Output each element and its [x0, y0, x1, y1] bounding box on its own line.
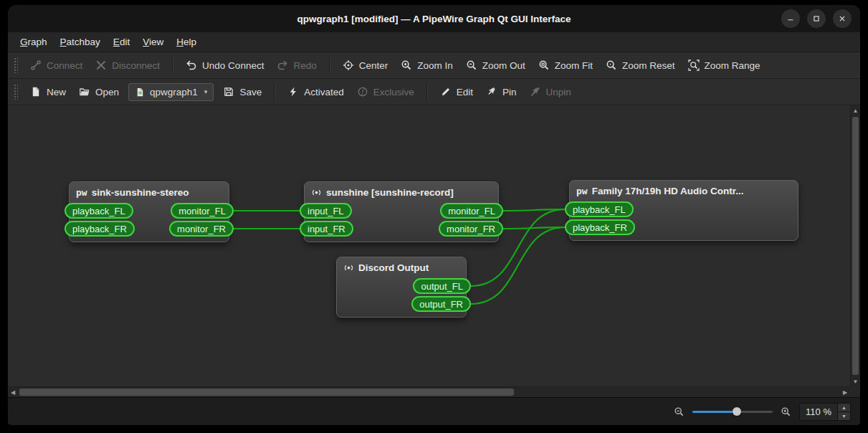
node-header: sunshine [sunshine-record] [305, 182, 498, 201]
port-out-monitor_FL[interactable]: monitor_FL [440, 203, 503, 219]
scrollbar-corner [850, 386, 860, 397]
redo-button[interactable]: Redo [270, 55, 323, 75]
zoom-range-button[interactable]: Zoom Range [682, 55, 767, 75]
maximize-icon [811, 14, 821, 24]
spin-down-icon[interactable]: ▼ [838, 411, 850, 420]
scroll-down-arrow-icon[interactable]: ▼ [851, 376, 860, 386]
menubar: Graph Patchbay Edit View Help [8, 32, 860, 52]
titlebar[interactable]: qpwgraph1 [modified] — A PipeWire Graph … [8, 5, 860, 32]
audio-client-icon [311, 187, 322, 198]
undo-connect-button[interactable]: Undo Connect [179, 55, 270, 75]
exclusive-button[interactable]: f Exclusive [350, 82, 421, 102]
center-button[interactable]: Center [336, 55, 395, 75]
toolbar-separator [329, 57, 330, 73]
maximize-button[interactable] [807, 9, 826, 28]
toolbar-handle[interactable] [14, 57, 18, 73]
patchbay-select[interactable]: qpwgraph1 ▾ [128, 83, 214, 101]
pin-icon [486, 86, 497, 97]
zoom-out-icon [466, 60, 477, 71]
zoom-in-button[interactable]: Zoom In [394, 55, 459, 75]
patchbay-select-value: qpwgraph1 [150, 87, 198, 97]
toolbar-separator [426, 84, 428, 100]
horizontal-scrollbar[interactable]: ◀ ▶ [8, 386, 850, 397]
zoom-in-icon [401, 60, 412, 71]
vertical-scrollbar[interactable]: ▲ ▼ [850, 105, 860, 386]
activated-icon [287, 86, 299, 97]
minimize-button[interactable] [781, 9, 800, 28]
zoom-spin-arrows: ▲ ▼ [837, 404, 850, 420]
port-out-output_FL[interactable]: output_FL [413, 278, 471, 294]
node-title: sunshine [sunshine-record] [326, 187, 454, 198]
new-button[interactable]: New [24, 82, 72, 102]
port-in-input_FR[interactable]: input_FR [300, 221, 353, 237]
disconnect-icon [95, 60, 107, 71]
graph-view: pwsink-sunshine-stereoplayback_FLmonitor… [8, 105, 860, 397]
scroll-right-arrow-icon[interactable]: ▶ [840, 387, 850, 397]
graph-node-sink-sunshine-stereo[interactable]: pwsink-sunshine-stereoplayback_FLmonitor… [69, 181, 229, 242]
node-title: sink-sunshine-stereo [92, 187, 189, 198]
zoom-in-icon[interactable] [781, 406, 791, 417]
scroll-left-arrow-icon[interactable]: ◀ [8, 387, 18, 397]
scroll-up-arrow-icon[interactable]: ▲ [851, 105, 860, 115]
port-out-monitor_FR[interactable]: monitor_FR [439, 221, 503, 237]
menu-patchbay[interactable]: Patchbay [54, 34, 107, 50]
menu-help[interactable]: Help [170, 34, 203, 50]
pipewire-icon: pw [576, 186, 588, 196]
zoom-slider[interactable] [692, 404, 773, 419]
disconnect-button[interactable]: Disconnect [89, 55, 166, 75]
port-in-playback_FR[interactable]: playback_FR [65, 221, 135, 237]
port-out-output_FR[interactable]: output_FR [411, 296, 471, 312]
audio-client-icon [343, 262, 354, 273]
save-button[interactable]: Save [216, 82, 268, 102]
port-out-monitor_FL[interactable]: monitor_FL [171, 203, 234, 219]
pipewire-icon: pw [76, 188, 87, 197]
horizontal-scrollbar-thumb[interactable] [19, 389, 514, 396]
node-title: Discord Output [358, 262, 429, 273]
connection-wire [503, 227, 565, 229]
zoom-value[interactable]: 110 % [800, 404, 837, 420]
open-button[interactable]: Open [72, 82, 125, 102]
node-header: Discord Output [337, 257, 466, 276]
menu-graph[interactable]: Graph [14, 34, 54, 50]
pin-button[interactable]: Pin [480, 82, 523, 102]
close-button[interactable] [833, 9, 852, 28]
zoom-slider-handle[interactable] [733, 407, 741, 416]
graph-node-discord-output[interactable]: Discord Outputoutput_FLoutput_FR [336, 257, 467, 318]
zoom-out-icon[interactable] [674, 406, 685, 417]
zoom-spinbox[interactable]: 110 % ▲ ▼ [799, 403, 851, 421]
save-icon [223, 86, 234, 97]
activated-button[interactable]: Activated [281, 82, 350, 102]
graph-canvas[interactable]: pwsink-sunshine-stereoplayback_FLmonitor… [8, 105, 850, 386]
node-header: pwFamily 17h/19h HD Audio Contr... [570, 181, 798, 199]
zoom-fit-icon [538, 60, 550, 71]
unpin-button[interactable]: Unpin [523, 82, 578, 102]
zoom-range-icon [688, 60, 700, 71]
graph-node-sunshine[interactable]: sunshine [sunshine-record]input_FLmonito… [304, 181, 499, 242]
toolbar-file: New Open qpwgraph1 ▾ Save Activated f Ex… [8, 79, 860, 105]
chevron-down-icon: ▾ [204, 88, 208, 95]
zoom-reset-icon [606, 60, 617, 71]
zoom-fit-button[interactable]: Zoom Fit [532, 55, 599, 75]
spin-up-icon[interactable]: ▲ [838, 404, 850, 411]
zoom-out-button[interactable]: Zoom Out [459, 55, 532, 75]
graph-node-family-audio[interactable]: pwFamily 17h/19h HD Audio Contr...playba… [569, 180, 798, 241]
menu-edit[interactable]: Edit [107, 34, 136, 50]
port-in-playback_FL[interactable]: playback_FL [565, 201, 634, 217]
toolbar-separator [172, 57, 173, 73]
window-title: qpwgraph1 [modified] — A PipeWire Graph … [297, 14, 571, 24]
port-in-playback_FR[interactable]: playback_FR [565, 219, 635, 235]
port-in-input_FL[interactable]: input_FL [300, 203, 352, 219]
app-window: qpwgraph1 [modified] — A PipeWire Graph … [8, 5, 860, 425]
unpin-icon [530, 86, 541, 97]
vertical-scrollbar-thumb[interactable] [852, 117, 859, 375]
node-header: pwsink-sunshine-stereo [70, 182, 229, 201]
port-in-playback_FL[interactable]: playback_FL [65, 203, 133, 219]
zoom-reset-button[interactable]: Zoom Reset [599, 55, 682, 75]
toolbar-handle[interactable] [14, 84, 18, 100]
port-out-monitor_FR[interactable]: monitor_FR [169, 221, 234, 237]
edit-button[interactable]: Edit [434, 82, 480, 102]
connect-button[interactable]: Connect [24, 55, 89, 75]
minimize-icon [786, 14, 796, 24]
undo-icon [186, 60, 197, 71]
menu-view[interactable]: View [136, 34, 170, 50]
